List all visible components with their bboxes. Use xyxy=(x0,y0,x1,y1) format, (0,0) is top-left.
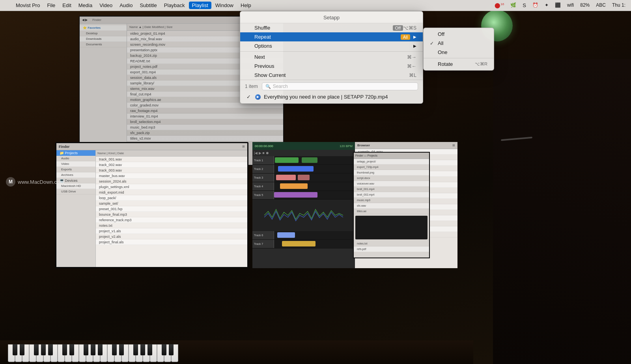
menubar-app-name[interactable]: Movist Pro xyxy=(13,2,43,9)
menubar-window[interactable]: Window xyxy=(212,2,237,9)
show-current-shortcut: ⌘L xyxy=(409,73,416,78)
statusbar-clock-icon: ⏰ xyxy=(531,2,540,9)
menu-bottom-padding xyxy=(240,101,423,103)
submenu-item-one[interactable]: One xyxy=(424,48,494,57)
menubar-media[interactable]: Media xyxy=(75,2,95,9)
piano-key-black xyxy=(169,344,174,355)
dropdown-menu: Setapp Shuffle Off ⌥⌘S Repeat All ▶ Opti… xyxy=(240,11,423,104)
repeat-label: Repeat xyxy=(254,34,398,40)
playlist-item-0[interactable]: ✓ ▶ Everything you need in one place | S… xyxy=(240,93,423,101)
rotate-shortcut: ⌥⌘R xyxy=(475,62,487,67)
menubar-left: Movist Pro File Edit Media Video Audio S… xyxy=(4,2,254,9)
piano-key-black xyxy=(34,344,39,355)
menubar-playlist[interactable]: Playlist xyxy=(189,2,211,9)
menubar-subtitle[interactable]: Subtitle xyxy=(136,2,160,9)
all-check: ✓ xyxy=(430,41,435,46)
off-label: Off xyxy=(438,31,444,37)
playlist-item-name: Everything you need in one place | SETAP… xyxy=(264,94,388,100)
playlist-section: 1 item 🔍 Everything you need in one plac… xyxy=(240,80,423,93)
piano-key-black xyxy=(13,344,17,355)
piano-key-black xyxy=(84,344,88,355)
piano-key-black xyxy=(69,344,74,355)
submenu-item-off[interactable]: Off xyxy=(424,30,494,39)
search-box[interactable]: 🔍 Everything you need in one place | SET… xyxy=(262,82,418,90)
watermark: M www.MacDown.com xyxy=(6,177,64,187)
search-placeholder-text: Search xyxy=(273,84,288,89)
piano-keys xyxy=(8,344,473,362)
piano-key-black xyxy=(20,344,24,355)
person-silhouette xyxy=(493,59,631,364)
piano-key-black xyxy=(133,344,138,355)
playlist-item-count: 1 item xyxy=(245,84,258,89)
monitor-far-right: Finder — Projects setapp_project/ export… xyxy=(353,152,430,258)
submenu-menu: Off ✓ All One Rotate ⌥⌘R xyxy=(423,28,494,71)
playlist-dropdown: Setapp Shuffle Off ⌥⌘S Repeat All ▶ Opti… xyxy=(240,11,423,104)
menu-item-next[interactable]: Next ⌘→ xyxy=(240,51,423,62)
menu-item-previous[interactable]: Previous ⌘← xyxy=(240,62,423,71)
piano-key-black xyxy=(48,344,53,355)
statusbar-setapp-icon: ⬤16 xyxy=(493,2,506,9)
shuffle-shortcut: ⌥⌘S xyxy=(403,25,416,31)
menubar-video[interactable]: Video xyxy=(96,2,116,9)
submenu-separator xyxy=(424,58,494,58)
shuffle-badge: Off xyxy=(393,25,403,31)
menubar-right: ⬤16 🌿 S ⏰ ✦ ⬛ wifi 82% ABC Thu 1: xyxy=(493,2,627,9)
piano-area xyxy=(0,340,473,364)
statusbar-keyboard: ABC xyxy=(594,2,607,9)
previous-label: Previous xyxy=(254,63,407,69)
menu-item-repeat[interactable]: Repeat All ▶ xyxy=(240,32,423,41)
options-label: Options xyxy=(254,43,410,49)
menubar-help[interactable]: Help xyxy=(237,2,254,9)
one-label: One xyxy=(438,49,448,55)
playlist-item-check: ✓ xyxy=(246,94,252,100)
piano-key-black xyxy=(98,344,103,355)
piano-key-black xyxy=(119,344,124,355)
repeat-badge: All xyxy=(401,34,410,40)
playlist-item-icon: ▶ xyxy=(255,94,261,100)
statusbar-icon-3: S xyxy=(521,2,528,9)
statusbar-airplay-icon: ⬛ xyxy=(553,2,562,9)
piano-key-black xyxy=(162,344,166,355)
menubar-audio[interactable]: Audio xyxy=(116,2,136,9)
menubar-file[interactable]: File xyxy=(44,2,58,9)
piano-key-black xyxy=(62,344,67,355)
piano-key-black xyxy=(112,344,117,355)
next-label: Next xyxy=(254,54,407,60)
statusbar-battery: 82% xyxy=(579,2,591,9)
statusbar-icon-4: ✦ xyxy=(543,2,550,9)
search-icon: 🔍 xyxy=(265,84,271,89)
watermark-text: www.MacDown.com xyxy=(18,179,64,185)
menubar: Movist Pro File Edit Media Video Audio S… xyxy=(0,0,631,11)
menubar-playback[interactable]: Playback xyxy=(161,2,188,9)
statusbar-time: Thu 1: xyxy=(610,2,627,9)
shuffle-label: Shuffle xyxy=(254,25,390,31)
piano-key-black xyxy=(147,344,152,355)
statusbar-icon-2: 🌿 xyxy=(509,2,518,9)
monitor-left: Finder ⊞ 📁 Projects Audio Video Exports … xyxy=(55,142,248,268)
watermark-icon: M xyxy=(6,177,15,187)
options-arrow: ▶ xyxy=(413,44,416,48)
menu-item-shuffle[interactable]: Shuffle Off ⌥⌘S xyxy=(240,23,423,32)
menu-item-show-current[interactable]: Show Current ⌘L xyxy=(240,71,423,80)
previous-shortcut: ⌘← xyxy=(407,63,416,69)
piano-key-black xyxy=(41,344,46,355)
piano-key-black xyxy=(140,344,145,355)
submenu-item-rotate[interactable]: Rotate ⌥⌘R xyxy=(424,60,494,69)
submenu-item-all[interactable]: ✓ All xyxy=(424,39,494,48)
rotate-label: Rotate xyxy=(438,61,453,67)
all-label: All xyxy=(438,40,443,46)
menu-header: Setapp xyxy=(240,11,423,23)
piano-key-black xyxy=(91,344,95,355)
statusbar-wifi-icon: wifi xyxy=(566,2,575,9)
menu-item-options[interactable]: Options ▶ xyxy=(240,41,423,50)
next-shortcut: ⌘→ xyxy=(407,54,416,60)
repeat-arrow: ▶ xyxy=(413,35,416,39)
repeat-submenu: Off ✓ All One Rotate ⌥⌘R xyxy=(423,28,494,71)
show-current-label: Show Current xyxy=(254,72,409,78)
menubar-edit[interactable]: Edit xyxy=(59,2,74,9)
